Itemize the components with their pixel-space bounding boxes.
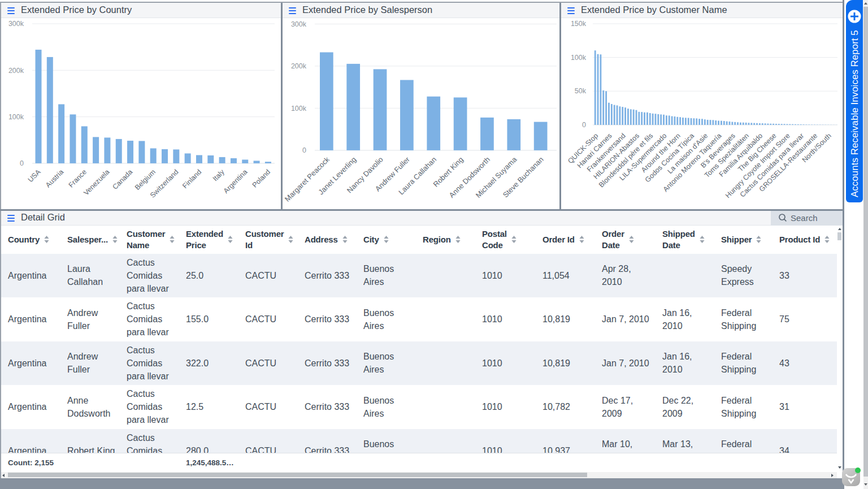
- svg-text:200k: 200k: [8, 66, 24, 74]
- svg-text:Finland: Finland: [181, 168, 203, 190]
- svg-text:Poland: Poland: [251, 168, 272, 189]
- svg-text:Argentina: Argentina: [222, 168, 249, 195]
- svg-text:0: 0: [302, 146, 306, 154]
- svg-text:USA: USA: [27, 167, 43, 184]
- svg-text:0: 0: [582, 121, 586, 129]
- svg-text:Margaret Peacock: Margaret Peacock: [283, 155, 332, 204]
- svg-text:50k: 50k: [575, 87, 587, 95]
- svg-text:France: France: [67, 168, 88, 189]
- svg-text:Canada: Canada: [111, 168, 134, 191]
- svg-text:100k: 100k: [8, 112, 24, 120]
- svg-text:150k: 150k: [571, 20, 587, 28]
- svg-text:200k: 200k: [291, 62, 307, 70]
- svg-text:100k: 100k: [571, 53, 587, 61]
- svg-text:300k: 300k: [291, 20, 307, 28]
- svg-text:Italy: Italy: [211, 167, 227, 183]
- svg-text:Austria: Austria: [44, 168, 65, 189]
- svg-text:0: 0: [20, 159, 24, 167]
- svg-text:Belgium: Belgium: [133, 168, 157, 192]
- svg-text:300k: 300k: [8, 20, 24, 28]
- svg-text:100k: 100k: [291, 104, 307, 112]
